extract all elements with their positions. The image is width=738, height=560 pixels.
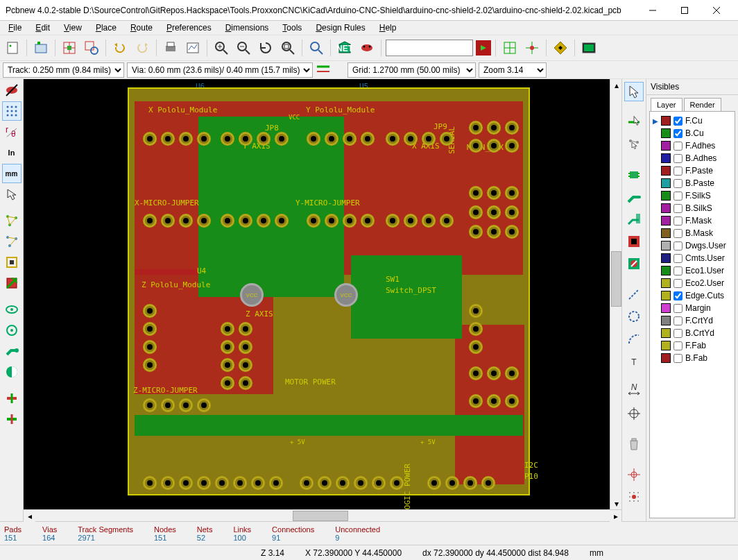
menu-preferences[interactable]: Preferences bbox=[161, 22, 217, 34]
add-target-icon[interactable] bbox=[624, 404, 644, 423]
zoom-out-icon[interactable] bbox=[234, 38, 253, 58]
layer-row-b-adhes[interactable]: B.Adhes bbox=[653, 152, 732, 164]
tracks-sketch-icon[interactable] bbox=[2, 341, 22, 361]
layer-row-f-paste[interactable]: F.Paste bbox=[653, 164, 732, 177]
layer-checkbox[interactable] bbox=[673, 266, 683, 275]
add-footprint-icon[interactable] bbox=[624, 165, 644, 185]
layer-row-dwgs-user[interactable]: Dwgs.User bbox=[653, 239, 732, 252]
menu-route[interactable]: Route bbox=[125, 22, 158, 34]
layer-row-f-silks[interactable]: F.SilkS bbox=[653, 189, 732, 202]
layer-row-b-mask[interactable]: B.Mask bbox=[653, 227, 732, 239]
layer-checkbox[interactable] bbox=[673, 229, 683, 238]
scripting-icon[interactable] bbox=[579, 38, 599, 58]
layer-checkbox[interactable] bbox=[673, 167, 683, 176]
layer-row-f-crtyd[interactable]: F.CrtYd bbox=[653, 314, 732, 327]
local-ratsnest-icon[interactable] bbox=[624, 135, 644, 154]
units-mm-icon[interactable]: mm bbox=[2, 164, 22, 183]
undo-icon[interactable] bbox=[110, 38, 130, 58]
zoom-in-icon[interactable] bbox=[212, 38, 231, 58]
track-width-select[interactable]: Track: 0.250 mm (9.84 mils) * bbox=[3, 62, 124, 78]
grid-select[interactable]: Grid: 1.2700 mm (50.00 mils) bbox=[347, 62, 476, 78]
layer-checkbox[interactable] bbox=[673, 254, 683, 263]
add-dimension-icon[interactable]: N bbox=[624, 382, 644, 401]
vertical-scrollbar[interactable]: ▴ ▾ bbox=[610, 79, 621, 509]
maximize-button[interactable] bbox=[669, 0, 701, 21]
tab-render[interactable]: Render bbox=[684, 98, 721, 111]
highlight-net-icon[interactable] bbox=[624, 112, 644, 132]
netlist-icon[interactable]: NET bbox=[335, 38, 354, 58]
add-arc-icon[interactable] bbox=[624, 329, 644, 348]
microwave-toolbar-icon[interactable] bbox=[2, 409, 22, 429]
menu-view[interactable]: View bbox=[58, 22, 87, 34]
layer-row-b-fab[interactable]: B.Fab bbox=[653, 352, 732, 364]
layer-row-b-crtyd[interactable]: B.CrtYd bbox=[653, 327, 732, 339]
pcb-canvas[interactable]: U6 U5 X Pololu_Module Y Pololu_Module VC… bbox=[24, 79, 610, 509]
layer-checkbox[interactable] bbox=[673, 179, 683, 188]
redo-icon[interactable] bbox=[132, 38, 152, 58]
layer-checkbox[interactable] bbox=[673, 291, 683, 300]
tab-layer[interactable]: Layer bbox=[651, 98, 683, 111]
ratsnest-icon[interactable] bbox=[2, 211, 22, 230]
plot-icon[interactable] bbox=[183, 38, 203, 58]
layer-checkbox[interactable] bbox=[673, 279, 683, 288]
mode-footprint-icon[interactable] bbox=[551, 38, 570, 58]
layer-checkbox[interactable] bbox=[673, 142, 683, 151]
auto-track-width-icon[interactable] bbox=[316, 62, 335, 78]
add-line-icon[interactable] bbox=[624, 285, 644, 304]
layer-row-f-adhes[interactable]: F.Adhes bbox=[653, 139, 732, 152]
place-origin-icon[interactable] bbox=[624, 465, 644, 484]
pads-sketch-icon[interactable] bbox=[2, 300, 22, 319]
module-ratsnest-icon[interactable] bbox=[2, 232, 22, 251]
layer-checkbox[interactable] bbox=[673, 117, 683, 126]
high-contrast-icon[interactable] bbox=[2, 362, 22, 382]
menu-place[interactable]: Place bbox=[90, 22, 122, 34]
close-button[interactable] bbox=[701, 0, 732, 21]
grid-red-icon[interactable] bbox=[60, 38, 79, 58]
units-inch-icon[interactable]: In bbox=[2, 143, 22, 162]
show-zones-icon[interactable] bbox=[2, 273, 22, 293]
minimize-button[interactable] bbox=[637, 0, 669, 21]
zoom-grid-icon[interactable] bbox=[82, 38, 101, 58]
menu-edit[interactable]: Edit bbox=[30, 22, 55, 34]
select-tool-icon[interactable] bbox=[624, 82, 644, 101]
layer-manager-red-icon[interactable] bbox=[2, 389, 22, 408]
layer-row-b-paste[interactable]: B.Paste bbox=[653, 177, 732, 189]
delete-icon[interactable] bbox=[624, 434, 644, 454]
layer-row-f-fab[interactable]: F.Fab bbox=[653, 339, 732, 352]
layer-checkbox[interactable] bbox=[673, 354, 683, 363]
menu-tools[interactable]: Tools bbox=[277, 22, 307, 34]
layer-row-b-cu[interactable]: B.Cu bbox=[653, 127, 732, 139]
horizontal-scrollbar[interactable]: ◂ ▸ bbox=[24, 509, 621, 521]
layer-row-eco2-user[interactable]: Eco2.User bbox=[653, 277, 732, 289]
route-track-icon[interactable] bbox=[624, 187, 644, 207]
layer-checkbox[interactable] bbox=[673, 217, 683, 226]
grid-origin-icon[interactable] bbox=[522, 38, 542, 58]
layer-row-f-mask[interactable]: F.Mask bbox=[653, 214, 732, 227]
print-icon[interactable] bbox=[161, 38, 180, 58]
layer-checkbox[interactable] bbox=[673, 192, 683, 201]
open-module-icon[interactable] bbox=[31, 38, 51, 58]
layer-checkbox[interactable] bbox=[673, 304, 683, 313]
layer-checkbox[interactable] bbox=[673, 241, 683, 251]
layer-row-b-silks[interactable]: B.SilkS bbox=[653, 202, 732, 214]
layer-checkbox[interactable] bbox=[673, 129, 683, 138]
layer-checkbox[interactable] bbox=[673, 341, 683, 350]
menu-design-rules[interactable]: Design Rules bbox=[310, 22, 370, 34]
drc-icon[interactable] bbox=[357, 38, 377, 58]
cursor-shape-icon[interactable] bbox=[2, 185, 22, 204]
layer-row-f-cu[interactable]: ▶F.Cu bbox=[653, 114, 732, 127]
layer-row-edge-cuts[interactable]: Edge.Cuts bbox=[653, 289, 732, 302]
zoom-redraw-icon[interactable] bbox=[256, 38, 275, 58]
menu-help[interactable]: Help bbox=[374, 22, 402, 34]
add-keepout-icon[interactable] bbox=[624, 254, 644, 273]
zoom-fit-icon[interactable] bbox=[278, 38, 298, 58]
via-size-select[interactable]: Via: 0.60 mm (23.6 mils)/ 0.40 mm (15.7 … bbox=[127, 62, 313, 78]
grid-toggle-icon[interactable] bbox=[2, 101, 22, 121]
add-text-icon[interactable]: T bbox=[624, 351, 644, 371]
menu-dimensions[interactable]: Dimensions bbox=[220, 22, 275, 34]
layer-row-margin[interactable]: Margin bbox=[653, 302, 732, 314]
new-board-icon[interactable] bbox=[3, 38, 22, 58]
net-highlight-button[interactable] bbox=[476, 40, 491, 56]
zoom-select[interactable]: Zoom 3.14 bbox=[479, 62, 547, 78]
menu-file[interactable]: File bbox=[3, 22, 27, 34]
